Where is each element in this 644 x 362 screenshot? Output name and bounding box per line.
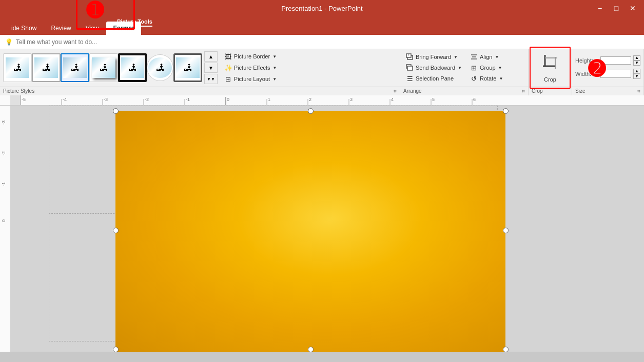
align-label: Align: [480, 54, 492, 60]
styles-scroll-down[interactable]: ▼: [204, 63, 218, 73]
styles-scroll-up[interactable]: ▲: [204, 51, 218, 62]
picture-effects-icon: ✨: [224, 64, 232, 72]
style-selected[interactable]: 🏞: [61, 53, 89, 82]
width-spinner: ▲ ▼: [633, 69, 640, 79]
title-bar: Presentation1 - PowerPoint − □ ✕: [0, 0, 644, 16]
style-thumb-5: 🏞: [121, 57, 144, 78]
size-expand-icon[interactable]: ⌗: [637, 88, 640, 94]
size-content: Height: ▲ ▼ Width: ▲: [572, 49, 643, 86]
style-rounded[interactable]: 🏞: [147, 54, 173, 81]
bring-forward-arrow: ▼: [454, 55, 458, 59]
size-group-label: Size: [575, 88, 585, 94]
width-input[interactable]: [600, 70, 631, 78]
width-spin-down[interactable]: ▼: [633, 74, 640, 79]
svg-text:-1: -1: [186, 97, 190, 102]
rotate-button[interactable]: ↺ Rotate ▼: [467, 73, 505, 84]
picture-effects-button[interactable]: ✨ Picture Effects ▼: [222, 63, 280, 73]
svg-text:-3: -3: [104, 97, 108, 102]
height-spin-up[interactable]: ▲: [633, 55, 640, 61]
picture-tools-label: Picture Tools: [117, 18, 152, 27]
close-button[interactable]: ✕: [626, 2, 640, 14]
size-group: Height: ▲ ▼ Width: ▲: [572, 49, 644, 95]
ruler-horizontal: -5 -4 -3 -2 -1 0 1 2 3 4 5 6: [0, 95, 644, 106]
tell-me-bar: 💡: [0, 35, 644, 49]
ruler-vertical: -3 -2 -1 0: [0, 106, 10, 352]
style-simple-frame-gray[interactable]: 🏞: [32, 53, 61, 82]
svg-text:4: 4: [391, 97, 394, 102]
tab-view[interactable]: View: [79, 22, 106, 35]
style-thumb-7: 🏞: [176, 57, 200, 78]
picture-border-button[interactable]: 🖼 Picture Border ▼: [222, 51, 280, 62]
send-backward-button[interactable]: Send Backward ▼: [403, 63, 464, 73]
crop-group-label: Crop: [532, 88, 543, 94]
style-thumb-6: 🏞: [148, 57, 172, 78]
yellow-image[interactable]: [115, 111, 505, 352]
send-backward-label: Send Backward: [416, 65, 455, 71]
arrange-expand-icon[interactable]: ⌗: [522, 88, 525, 94]
svg-text:-2: -2: [1, 151, 6, 155]
rotate-label: Rotate: [480, 75, 496, 82]
handle-tl[interactable]: [113, 108, 119, 114]
arrange-content: Bring Forward ▼ Send Backward ▼ ☰: [400, 49, 528, 86]
size-inputs: Height: ▲ ▼ Width: ▲: [575, 55, 640, 80]
arrange-footer: Arrange ⌗: [400, 86, 528, 95]
style-simple-frame-white[interactable]: 🏞: [3, 53, 32, 82]
picture-styles-expand-icon[interactable]: ⌗: [394, 88, 397, 94]
rotate-icon: ↺: [470, 74, 478, 83]
ribbon-tabs: Picture Tools ide Show Review View Forma…: [0, 16, 644, 35]
width-spin-up[interactable]: ▲: [633, 69, 640, 74]
styles-expand[interactable]: ▼▼: [204, 74, 218, 84]
selection-pane-label: Selection Pane: [416, 75, 454, 82]
svg-rect-3: [407, 66, 413, 70]
handle-tr[interactable]: [503, 108, 509, 114]
canvas-area: -3 -2 -1 0: [0, 106, 644, 352]
handle-bc[interactable]: [308, 347, 314, 352]
slide-area: [10, 106, 644, 352]
handle-mr[interactable]: [503, 228, 509, 233]
ribbon-body: 🏞 🏞 🏞 🏞 🏞 🏞: [0, 49, 644, 95]
svg-text:-5: -5: [22, 97, 26, 102]
bring-forward-button[interactable]: Bring Forward ▼: [403, 52, 464, 62]
selection-pane-icon: ☰: [406, 74, 414, 83]
crop-button[interactable]: Crop: [535, 51, 565, 85]
ruler-svg: -5 -4 -3 -2 -1 0 1 2 3 4 5 6: [21, 95, 644, 105]
selection-pane-button[interactable]: ☰ Selection Pane: [403, 73, 464, 84]
group-icon: ⊞: [470, 64, 478, 72]
picture-layout-button[interactable]: ⊞ Picture Layout ▼: [222, 74, 280, 84]
picture-options: 🖼 Picture Border ▼ ✨ Picture Effects ▼ ⊞…: [222, 51, 280, 84]
maximize-button[interactable]: □: [609, 2, 623, 14]
ruler-ticks: -5 -4 -3 -2 -1 0 1 2 3 4 5 6: [10, 95, 644, 105]
rotate-arrow: ▼: [499, 76, 503, 81]
svg-rect-36: [0, 106, 10, 352]
send-backward-arrow: ▼: [458, 66, 462, 70]
style-thumb-4: 🏞: [92, 57, 115, 78]
svg-text:-4: -4: [63, 97, 67, 102]
style-thick-black[interactable]: 🏞: [118, 53, 147, 82]
picture-layout-icon: ⊞: [224, 75, 232, 83]
align-button[interactable]: Align ▼: [467, 52, 505, 62]
svg-text:3: 3: [350, 97, 353, 102]
tab-review[interactable]: Review: [44, 22, 78, 35]
height-input[interactable]: [600, 56, 631, 65]
width-row: Width: ▲ ▼: [575, 69, 640, 79]
picture-layout-arrow: ▼: [272, 77, 277, 82]
crop-group: Crop Crop: [529, 49, 572, 95]
tab-slide-show[interactable]: ide Show: [4, 22, 44, 35]
style-border-7[interactable]: 🏞: [173, 53, 202, 82]
handle-ml[interactable]: [113, 228, 119, 233]
minimize-button[interactable]: −: [593, 2, 607, 14]
crop-label: Crop: [544, 76, 556, 83]
group-button[interactable]: ⊞ Group ▼: [467, 63, 505, 73]
crop-big-icon: [541, 53, 559, 75]
styles-scroll: ▲ ▼ ▼▼: [204, 51, 218, 84]
handle-br[interactable]: [503, 347, 509, 352]
handle-tc[interactable]: [308, 108, 314, 114]
window-controls: − □ ✕: [593, 2, 640, 14]
height-spin-down[interactable]: ▼: [633, 61, 640, 66]
style-thumb-1: 🏞: [6, 57, 29, 78]
tell-me-input[interactable]: [16, 38, 170, 46]
lightbulb-icon: 💡: [5, 38, 13, 46]
style-drop-shadow[interactable]: 🏞: [89, 53, 118, 82]
height-label: Height:: [575, 57, 598, 64]
handle-bl[interactable]: [113, 347, 119, 352]
